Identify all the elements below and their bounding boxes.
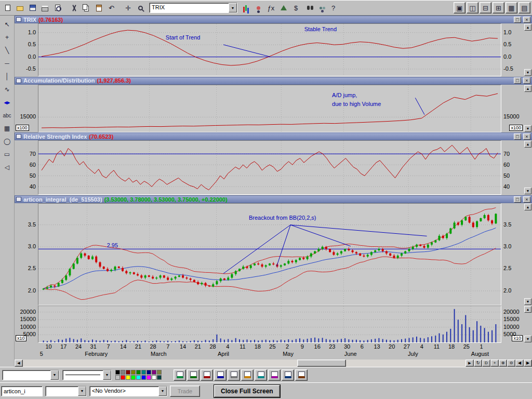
pane-scroll-down-button[interactable]: ▼ bbox=[524, 336, 531, 342]
panel-close-button[interactable]: × bbox=[523, 77, 530, 84]
pane-scroll-buttons[interactable]: ◂▸ bbox=[1, 97, 14, 108]
tile-grid-button[interactable]: ⊞ bbox=[493, 2, 504, 14]
chevron-down-icon[interactable]: ▼ bbox=[103, 370, 111, 380]
expert-advisor-button[interactable] bbox=[252, 2, 264, 14]
new-window-button[interactable]: ▤ bbox=[518, 2, 530, 14]
mail-chart-button[interactable] bbox=[241, 369, 254, 381]
indicator-properties-button[interactable] bbox=[240, 2, 252, 14]
panel-rsi-titlebar[interactable]: Relative Strength Index (70.6523) □ × bbox=[15, 132, 532, 140]
panel-ad-titlebar[interactable]: Accumulation/Distribution (1,927,856.3) … bbox=[15, 77, 532, 85]
volume-chart[interactable] bbox=[38, 305, 501, 343]
copy-chart-button[interactable] bbox=[214, 369, 227, 381]
save-button[interactable] bbox=[26, 2, 38, 14]
chevron-down-icon[interactable]: ▼ bbox=[229, 3, 237, 12]
tile-vertical-button[interactable]: ◫ bbox=[467, 2, 478, 14]
ad-chart[interactable]: A/D jump,due to high Volume bbox=[38, 85, 501, 132]
triangle-tool[interactable]: ◁ bbox=[1, 162, 14, 173]
panel-maximize-button[interactable]: □ bbox=[514, 134, 521, 140]
color-swatch[interactable] bbox=[115, 370, 120, 375]
crosshair-tool[interactable]: + bbox=[1, 32, 14, 43]
notes-button[interactable] bbox=[268, 369, 281, 381]
trendline-tool[interactable]: ╲ bbox=[1, 45, 14, 56]
pane-scroll-up-button[interactable]: ▲ bbox=[524, 24, 531, 31]
help-button[interactable]: ? bbox=[327, 2, 339, 14]
color-swatch[interactable] bbox=[147, 375, 151, 380]
line-style-dropdown[interactable]: ▼ bbox=[62, 370, 112, 380]
copy-button[interactable] bbox=[81, 2, 92, 14]
chevron-down-icon[interactable]: ▼ bbox=[78, 387, 86, 396]
horizontal-line-tool[interactable]: ─ bbox=[1, 58, 14, 69]
color-swatch[interactable] bbox=[115, 375, 120, 380]
color-swatch[interactable] bbox=[136, 375, 141, 380]
panel-maximize-button[interactable]: □ bbox=[514, 196, 521, 203]
dollar-button[interactable]: $ bbox=[290, 2, 302, 14]
undo-button[interactable]: ↶ bbox=[105, 2, 117, 14]
report-button[interactable] bbox=[255, 369, 267, 381]
vendor-dropdown[interactable]: <No Vendor> ▼ bbox=[89, 386, 167, 396]
zigzag-tool[interactable]: ∿ bbox=[1, 84, 14, 95]
save-picture-button[interactable] bbox=[228, 369, 240, 381]
chevron-down-icon[interactable]: ▼ bbox=[158, 387, 167, 396]
color-swatch[interactable] bbox=[147, 370, 151, 375]
zoom-in-button[interactable]: ⊕ bbox=[499, 360, 507, 367]
tile-horizontal-button[interactable]: ⊟ bbox=[480, 2, 491, 14]
interval-daily-button[interactable]: D bbox=[482, 360, 490, 367]
rectangle-tool[interactable]: ▭ bbox=[1, 149, 14, 160]
rsi-chart[interactable] bbox=[38, 140, 501, 195]
panel-maximize-button[interactable]: □ bbox=[514, 17, 521, 23]
print-report-button[interactable] bbox=[201, 369, 213, 381]
cut-button[interactable] bbox=[68, 2, 80, 14]
open-button[interactable] bbox=[14, 2, 26, 14]
panel-maximize-button[interactable]: □ bbox=[514, 77, 521, 84]
panel-close-button[interactable]: × bbox=[523, 196, 530, 203]
refresh-button[interactable]: ↻ bbox=[474, 360, 482, 367]
indicator-dropdown[interactable]: TRIX ▼ bbox=[149, 3, 237, 13]
color-swatch[interactable] bbox=[126, 370, 130, 375]
pointer-tool[interactable]: ↖ bbox=[1, 19, 14, 30]
color-swatch[interactable] bbox=[141, 370, 146, 375]
pane-scroll-up-button[interactable]: ▲ bbox=[524, 85, 531, 92]
ellipse-tool[interactable]: ◯ bbox=[1, 136, 14, 147]
export-excel-button[interactable] bbox=[187, 369, 200, 381]
print-button[interactable] bbox=[39, 2, 51, 14]
trend-button[interactable] bbox=[277, 2, 289, 14]
pan-button[interactable]: ✛ bbox=[122, 2, 134, 14]
pane-scroll-down-button[interactable]: ▼ bbox=[524, 125, 531, 132]
paste-button[interactable] bbox=[93, 2, 105, 14]
crosshair-mode-button[interactable]: + bbox=[490, 360, 499, 367]
scroll-left-arrow[interactable]: ◀ bbox=[15, 360, 23, 367]
scrollbar-track[interactable] bbox=[23, 360, 466, 367]
color-swatch[interactable] bbox=[131, 370, 136, 375]
style-dropdown[interactable]: ▼ bbox=[2, 370, 59, 380]
scrollbar-thumb[interactable] bbox=[297, 360, 346, 367]
grid-tool[interactable]: ▦ bbox=[1, 123, 14, 134]
arrange-icons-button[interactable]: ▦ bbox=[506, 2, 517, 14]
price-chart[interactable]: 2.95Breackout from BB(20,2,s) bbox=[38, 203, 501, 305]
panel-close-button[interactable]: × bbox=[523, 134, 530, 140]
panel-trix-titlebar[interactable]: TRIX (0.76163) □ × bbox=[15, 16, 532, 23]
color-swatch[interactable] bbox=[136, 370, 141, 375]
close-full-screen-button[interactable]: Close Full Screen bbox=[214, 385, 280, 397]
color-swatch[interactable] bbox=[152, 370, 156, 375]
zoom-button[interactable] bbox=[135, 2, 147, 14]
pane-scroll-up-button[interactable]: ▲ bbox=[524, 204, 531, 210]
color-swatch[interactable] bbox=[141, 375, 146, 380]
scan-button[interactable] bbox=[302, 2, 314, 14]
pane-scroll-down-button[interactable]: ▼ bbox=[524, 188, 531, 194]
color-swatch[interactable] bbox=[131, 375, 136, 380]
color-swatch[interactable] bbox=[152, 375, 156, 380]
page-left-button[interactable]: ◀ bbox=[515, 360, 524, 367]
color-swatch[interactable] bbox=[126, 375, 130, 380]
panel-close-button[interactable]: × bbox=[523, 17, 530, 23]
cascade-windows-button[interactable]: ▣ bbox=[454, 2, 466, 14]
text-tool[interactable]: abc bbox=[1, 110, 14, 121]
community-button[interactable] bbox=[315, 2, 327, 14]
new-chart-button[interactable] bbox=[2, 2, 14, 14]
color-swatch[interactable] bbox=[157, 375, 162, 380]
symbol-input[interactable] bbox=[1, 386, 43, 396]
period-dropdown[interactable]: ▼ bbox=[45, 386, 87, 396]
chevron-down-icon[interactable]: ▼ bbox=[50, 370, 59, 380]
publish-web-button[interactable] bbox=[174, 369, 186, 381]
trix-chart[interactable]: Start of TrendStable Trend bbox=[38, 23, 501, 76]
pane-scroll-down-button[interactable]: ▼ bbox=[524, 298, 531, 305]
